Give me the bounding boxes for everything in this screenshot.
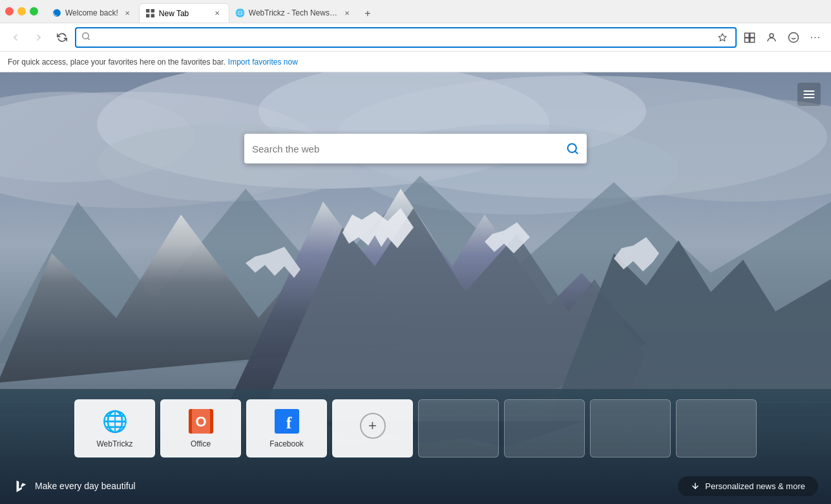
webtrickz-icon: 🌐	[102, 408, 128, 434]
search-box	[244, 134, 587, 163]
search-container	[244, 134, 587, 163]
maximize-button[interactable]	[30, 7, 38, 16]
browser-content: 🌐 WebTrickz O Office f	[0, 72, 831, 504]
bing-branding: Make every day beautiful	[13, 478, 136, 494]
quick-link-webtrickz[interactable]: 🌐 WebTrickz	[74, 399, 155, 457]
search-icon	[81, 32, 90, 43]
import-favorites-link[interactable]: Import favorites now	[228, 58, 298, 67]
svg-rect-3	[151, 14, 154, 17]
quick-links: 🌐 WebTrickz O Office f	[74, 399, 757, 457]
svg-point-10	[770, 34, 773, 37]
settings-button[interactable]	[797, 83, 821, 106]
facebook-label: Facebook	[269, 439, 304, 448]
news-button[interactable]: Personalized news & more	[678, 476, 818, 496]
svg-point-11	[789, 32, 799, 42]
nav-right-buttons: ···	[739, 27, 826, 48]
address-input[interactable]	[94, 32, 711, 43]
forward-button[interactable]	[28, 27, 49, 48]
globe-icon: 🌐	[236, 8, 245, 17]
edge-icon	[52, 8, 61, 17]
svg-rect-0	[146, 9, 149, 12]
favorites-bar: For quick access, place your favorites h…	[0, 52, 831, 72]
web-search-input[interactable]	[252, 143, 561, 154]
quick-link-empty-4[interactable]	[676, 399, 757, 457]
address-bar[interactable]	[75, 27, 737, 48]
svg-text:f: f	[286, 414, 291, 432]
quick-link-empty-3[interactable]	[590, 399, 671, 457]
svg-rect-8	[745, 37, 750, 42]
quick-link-facebook[interactable]: f Facebook	[246, 399, 327, 457]
tab-welcome[interactable]: Welcome back! ✕	[46, 3, 139, 23]
quick-link-empty-1[interactable]	[418, 399, 499, 457]
bing-tagline: Make every day beautiful	[35, 481, 136, 491]
tab-title-welcome: Welcome back!	[65, 8, 118, 17]
webtrickz-label: WebTrickz	[96, 439, 132, 448]
svg-rect-7	[750, 33, 755, 37]
new-tab-button[interactable]: +	[359, 5, 377, 23]
svg-rect-6	[745, 33, 750, 37]
tab-title-new-tab: New Tab	[159, 9, 208, 18]
refresh-button[interactable]	[52, 27, 72, 48]
bottom-bar: Make every day beautiful Personalized ne…	[0, 468, 831, 504]
more-button[interactable]: ···	[805, 27, 826, 48]
svg-marker-5	[719, 34, 726, 41]
back-button[interactable]	[5, 27, 26, 48]
feedback-button[interactable]	[783, 27, 804, 48]
grid-icon	[146, 9, 155, 18]
quick-link-add[interactable]: +	[332, 399, 413, 457]
svg-text:O: O	[195, 414, 206, 430]
title-bar: Welcome back! ✕ New Tab ✕ 🌐 WebTrickz - …	[0, 0, 831, 23]
svg-rect-9	[750, 37, 755, 42]
close-tab-webtrickz[interactable]: ✕	[342, 8, 352, 18]
search-submit-button[interactable]	[566, 142, 579, 155]
svg-rect-2	[146, 14, 149, 17]
facebook-icon: f	[274, 408, 300, 434]
profile-button[interactable]	[761, 27, 782, 48]
add-site-icon: +	[360, 413, 386, 439]
window-controls	[5, 7, 38, 16]
tab-title-webtrickz: WebTrickz - Tech News, Phone	[249, 8, 338, 17]
quick-link-empty-2[interactable]	[504, 399, 585, 457]
close-button[interactable]	[5, 7, 14, 16]
close-tab-new[interactable]: ✕	[212, 8, 222, 19]
office-label: Office	[191, 439, 211, 448]
minimize-button[interactable]	[17, 7, 26, 16]
favorites-hint: For quick access, place your favorites h…	[8, 58, 226, 67]
tab-new-tab[interactable]: New Tab ✕	[139, 3, 229, 23]
quick-link-office[interactable]: O Office	[160, 399, 241, 457]
star-icon[interactable]	[715, 30, 730, 45]
tabs-container: Welcome back! ✕ New Tab ✕ 🌐 WebTrickz - …	[46, 0, 826, 23]
svg-rect-1	[151, 9, 154, 12]
bing-logo	[13, 478, 28, 494]
tab-webtrickz[interactable]: 🌐 WebTrickz - Tech News, Phone ✕	[229, 3, 359, 23]
close-tab-welcome[interactable]: ✕	[122, 8, 132, 18]
office-icon: O	[188, 408, 214, 434]
nav-bar: ···	[0, 23, 831, 52]
collections-button[interactable]	[739, 27, 760, 48]
news-button-label: Personalized news & more	[705, 481, 805, 491]
